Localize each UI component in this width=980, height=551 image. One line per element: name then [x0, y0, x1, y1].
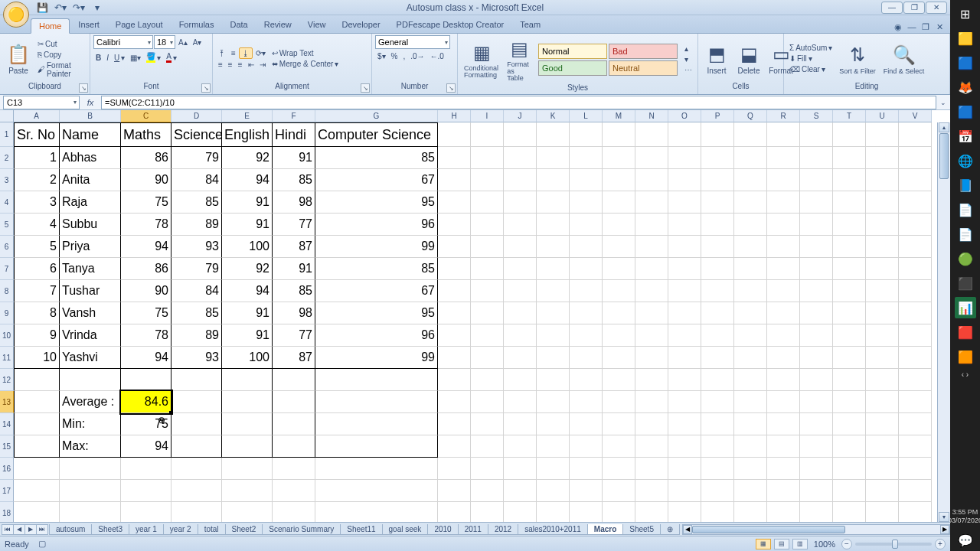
cell[interactable] [471, 435, 504, 458]
cell[interactable] [866, 413, 899, 435]
cell[interactable] [833, 122, 866, 147]
cell[interactable] [701, 236, 734, 258]
cell[interactable] [833, 480, 866, 502]
column-header[interactable]: R [767, 110, 800, 122]
column-header[interactable]: P [701, 110, 734, 122]
cell[interactable] [14, 413, 60, 435]
cell[interactable] [471, 502, 504, 522]
sheet-tab[interactable]: Sheet2 [225, 524, 263, 535]
cell[interactable] [899, 391, 932, 413]
cell[interactable] [570, 258, 603, 280]
cell[interactable] [800, 458, 833, 480]
format-painter-button[interactable]: 🖌Format Painter [35, 60, 87, 79]
cell[interactable] [315, 435, 438, 458]
cell[interactable]: 96 [315, 324, 438, 347]
cell[interactable] [222, 391, 273, 413]
cell[interactable] [701, 280, 734, 302]
name-box[interactable]: C13 [3, 96, 80, 109]
decrease-indent-button[interactable]: ⇤ [246, 60, 256, 70]
cell[interactable] [866, 302, 899, 324]
cell[interactable] [800, 122, 833, 147]
format-as-table-button[interactable]: ▤Format as Table [504, 35, 535, 83]
dialog-launcher-icon[interactable]: ↘ [201, 83, 211, 93]
sheet-tab[interactable]: Sheet3 [91, 524, 129, 535]
cell[interactable] [603, 324, 635, 347]
paste-button[interactable]: 📋Paste [3, 41, 34, 77]
cell[interactable]: 93 [172, 347, 222, 369]
cell[interactable]: 8 [14, 302, 60, 324]
cell[interactable] [315, 458, 438, 480]
taskbar-app-icon[interactable]: 🟨 [955, 28, 976, 49]
tray-expand-icon[interactable]: ‹ › [962, 370, 969, 379]
row-header[interactable]: 12 [0, 369, 14, 391]
cell-style-bad[interactable]: Bad [609, 44, 678, 59]
cell[interactable]: 91 [222, 191, 273, 214]
cell[interactable] [635, 324, 668, 347]
cell[interactable] [866, 122, 899, 147]
start-icon[interactable]: ⊞ [955, 3, 976, 24]
cell[interactable] [701, 369, 734, 391]
cell[interactable]: 85 [273, 280, 315, 302]
cell[interactable] [471, 214, 504, 236]
cell[interactable]: Name [60, 122, 121, 147]
row-header[interactable]: 1 [0, 122, 14, 147]
cell[interactable] [315, 502, 438, 522]
cell[interactable] [471, 236, 504, 258]
cell[interactable] [701, 258, 734, 280]
cell[interactable] [668, 236, 701, 258]
workbook-restore-icon[interactable]: ❐ [920, 21, 932, 33]
cell[interactable] [570, 302, 603, 324]
cell[interactable] [701, 214, 734, 236]
cell[interactable] [866, 258, 899, 280]
cell[interactable] [537, 258, 570, 280]
taskbar-app-icon[interactable]: 🟢 [955, 248, 976, 269]
cell[interactable]: Science [172, 122, 222, 147]
cell[interactable] [315, 369, 438, 391]
cell[interactable]: 92 [222, 258, 273, 280]
cell[interactable] [668, 147, 701, 169]
cell[interactable] [438, 236, 471, 258]
cell[interactable] [899, 191, 932, 214]
cell[interactable] [315, 480, 438, 502]
increase-decimal-button[interactable]: .0→ [408, 51, 426, 61]
cell[interactable] [800, 236, 833, 258]
cell[interactable] [734, 258, 767, 280]
cell[interactable] [315, 413, 438, 435]
column-header[interactable]: I [471, 110, 504, 122]
cell[interactable] [570, 147, 603, 169]
column-header[interactable]: T [833, 110, 866, 122]
cell[interactable] [866, 324, 899, 347]
cell[interactable]: 75 [121, 302, 172, 324]
number-format-combo[interactable]: General [375, 35, 450, 49]
cell[interactable] [635, 413, 668, 435]
cell[interactable] [603, 191, 635, 214]
cell[interactable]: 89 [172, 214, 222, 236]
cell[interactable]: Priya [60, 236, 121, 258]
cell[interactable] [734, 191, 767, 214]
cell[interactable] [668, 391, 701, 413]
orientation-button[interactable]: ⟳▾ [253, 48, 268, 58]
cell[interactable] [603, 369, 635, 391]
cell[interactable] [635, 391, 668, 413]
italic-button[interactable]: I [104, 53, 111, 63]
align-top-button[interactable]: ⭱ [216, 48, 228, 58]
cell[interactable] [833, 458, 866, 480]
page-break-view-button[interactable]: ▥ [792, 539, 808, 549]
cell[interactable] [701, 147, 734, 169]
cell[interactable] [800, 391, 833, 413]
cell[interactable] [14, 502, 60, 522]
cell[interactable] [603, 258, 635, 280]
cell[interactable] [438, 480, 471, 502]
cell[interactable] [471, 122, 504, 147]
cell-style-neutral[interactable]: Neutral [609, 60, 678, 76]
tab-first-icon[interactable]: ⏮ [2, 524, 14, 535]
cell[interactable] [701, 413, 734, 435]
cell[interactable] [833, 502, 866, 522]
cell[interactable] [833, 324, 866, 347]
row-header[interactable]: 14 [0, 413, 14, 435]
cell[interactable]: 94 [121, 236, 172, 258]
cell[interactable] [570, 347, 603, 369]
taskbar-app-icon[interactable]: 📄 [955, 199, 976, 220]
row-header[interactable]: 5 [0, 214, 14, 236]
sheet-tab[interactable]: autosum [49, 524, 92, 535]
